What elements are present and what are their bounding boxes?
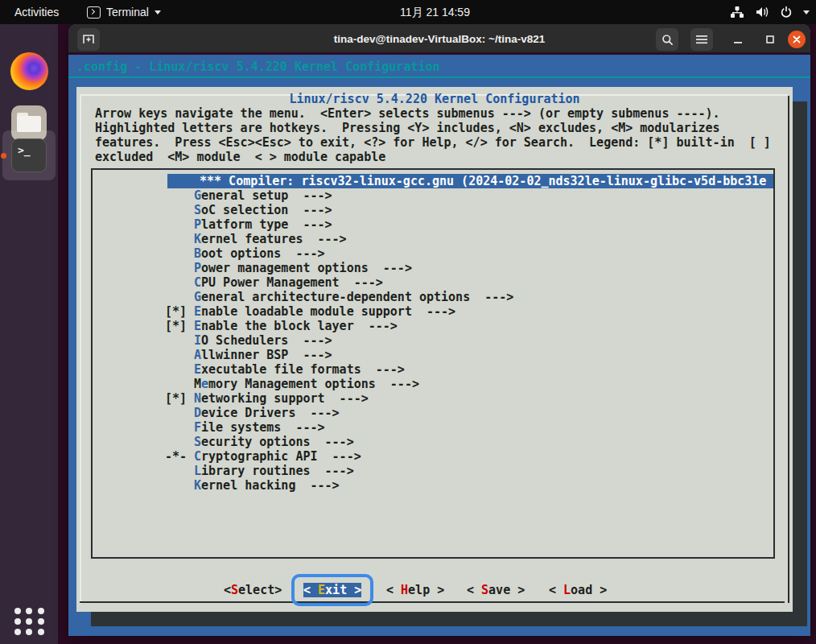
dock-item-terminal[interactable]: >_ bbox=[0, 138, 58, 172]
item-state-box: [*] bbox=[165, 391, 187, 406]
menu-item[interactable]: General setup ---> bbox=[93, 188, 773, 203]
menu-item[interactable]: Device Drivers ---> bbox=[93, 406, 773, 420]
chevron-down-icon bbox=[803, 10, 810, 14]
button-save[interactable]: < Save > bbox=[467, 583, 525, 597]
menu-item[interactable]: Allwinner BSP ---> bbox=[93, 348, 773, 362]
dialog-buttons: <Select>< Exit >< Help >< Save >< Load > bbox=[76, 583, 793, 597]
selected-item-text: *** Compiler: riscv32-linux-gcc.gnu (202… bbox=[167, 174, 773, 188]
item-label: Networking support ---> bbox=[194, 391, 369, 406]
instruction-line: Highlighted letters are hotkeys. Pressin… bbox=[95, 121, 771, 135]
menu-item[interactable]: [*]Networking support ---> bbox=[93, 391, 773, 406]
item-label: Memory Management options ---> bbox=[194, 377, 419, 391]
button-exit[interactable]: < Exit > bbox=[303, 583, 361, 597]
hotkey-letter: E bbox=[194, 319, 201, 333]
hotkey-letter: D bbox=[194, 406, 201, 420]
dialog-title: Linux/riscv 5.4.220 Kernel Configuration bbox=[76, 92, 793, 106]
minimize-icon bbox=[733, 35, 743, 44]
firefox-icon bbox=[10, 52, 48, 90]
menu-item[interactable]: Power management options ---> bbox=[93, 261, 773, 275]
terminal-app-icon bbox=[87, 6, 101, 19]
item-state-box: [*] bbox=[165, 319, 187, 333]
hotkey-letter: E bbox=[194, 304, 201, 319]
hotkey-letter: L bbox=[194, 464, 201, 478]
power-icon bbox=[780, 6, 793, 19]
menuconfig-dialog: Linux/riscv 5.4.220 Kernel Configuration… bbox=[76, 87, 793, 612]
item-label: General architecture-dependent options -… bbox=[194, 290, 513, 304]
menu-item[interactable]: Platform type ---> bbox=[93, 217, 773, 232]
close-icon bbox=[788, 31, 806, 48]
menuconfig-backtitle: .config - Linux/riscv 5.4.220 Kernel Con… bbox=[76, 60, 440, 74]
menu-item[interactable]: -*-Cryptographic API ---> bbox=[93, 449, 773, 464]
close-button[interactable] bbox=[785, 28, 808, 51]
button-help[interactable]: < Help > bbox=[386, 583, 444, 597]
menu-item[interactable]: [*]Enable loadable module support ---> bbox=[93, 304, 773, 319]
menu-item[interactable]: IO Schedulers ---> bbox=[93, 333, 773, 348]
menu-item[interactable]: Kernel features ---> bbox=[93, 232, 773, 246]
app-menu-label: Terminal bbox=[106, 6, 149, 19]
item-label: Library routines ---> bbox=[194, 464, 354, 478]
hotkey-letter: K bbox=[194, 478, 201, 493]
item-label: Allwinner BSP ---> bbox=[194, 348, 332, 362]
menu-item[interactable]: Boot options ---> bbox=[93, 246, 773, 261]
menu-item-selected[interactable]: *** Compiler: riscv32-linux-gcc.gnu (202… bbox=[93, 174, 773, 188]
item-label: Executable file formats ---> bbox=[194, 362, 405, 377]
item-label: Boot options ---> bbox=[194, 246, 325, 261]
app-menu[interactable]: Terminal bbox=[87, 0, 161, 24]
item-label: Kernel features ---> bbox=[194, 232, 347, 246]
menu-box: *** Compiler: riscv32-linux-gcc.gnu (202… bbox=[91, 168, 775, 559]
menu-item[interactable]: [*]Enable the block layer ---> bbox=[93, 319, 773, 333]
terminal-icon: >_ bbox=[11, 138, 47, 172]
hotkey-letter: P bbox=[194, 261, 201, 275]
item-state-box: [*] bbox=[165, 304, 187, 319]
dock: >_ bbox=[0, 24, 58, 644]
maximize-icon bbox=[765, 35, 775, 44]
button-load[interactable]: < Load > bbox=[549, 583, 607, 597]
button-hotkey-letter: E bbox=[318, 583, 325, 597]
hotkey-letter: P bbox=[194, 217, 201, 232]
chevron-down-icon bbox=[155, 10, 161, 14]
menu-item[interactable]: Memory Management options ---> bbox=[93, 377, 773, 391]
search-button[interactable] bbox=[656, 28, 678, 51]
hotkey-letter: G bbox=[194, 290, 201, 304]
volume-icon bbox=[755, 6, 769, 19]
show-applications-icon[interactable] bbox=[14, 608, 45, 634]
system-status-area[interactable] bbox=[730, 0, 810, 24]
item-label: Enable loadable module support ---> bbox=[194, 304, 455, 319]
terminal-window: tina-dev@tinadev-VirtualBox: ~/tina-v821… bbox=[68, 24, 810, 636]
search-icon bbox=[661, 34, 674, 46]
activities-button[interactable]: Activities bbox=[10, 0, 64, 24]
button-select[interactable]: <Select> bbox=[224, 583, 282, 597]
item-label: SoC selection ---> bbox=[194, 203, 332, 217]
menu-button[interactable] bbox=[690, 28, 713, 51]
menu-item[interactable]: CPU Power Management ---> bbox=[93, 275, 773, 290]
hotkey-letter: e bbox=[201, 377, 208, 391]
minimize-button[interactable] bbox=[727, 28, 749, 51]
menu-icon bbox=[696, 35, 707, 44]
item-label: Cryptographic API ---> bbox=[194, 449, 361, 464]
clock[interactable]: 11月 21 14:59 bbox=[400, 0, 470, 24]
button-hotkey-letter: L bbox=[563, 583, 571, 597]
menu-item[interactable]: SoC selection ---> bbox=[93, 203, 773, 217]
maximize-button[interactable] bbox=[759, 28, 781, 51]
dock-item-firefox[interactable] bbox=[0, 52, 58, 90]
item-label: General setup ---> bbox=[194, 188, 332, 203]
button-hotkey-letter: S bbox=[481, 583, 488, 597]
menu-item[interactable]: Library routines ---> bbox=[93, 464, 773, 478]
top-bar: Activities Terminal 11月 21 14:59 bbox=[0, 0, 816, 24]
dialog-border-right bbox=[788, 96, 789, 603]
hotkey-letter: I bbox=[194, 333, 201, 348]
terminal-screen[interactable]: .config - Linux/riscv 5.4.220 Kernel Con… bbox=[68, 57, 810, 636]
item-label: Kernel hacking ---> bbox=[194, 478, 340, 493]
menu-item[interactable]: Kernel hacking ---> bbox=[93, 478, 773, 493]
hotkey-letter: A bbox=[194, 348, 201, 362]
menu-item[interactable]: Security options ---> bbox=[93, 435, 773, 449]
menu-item[interactable]: Executable file formats ---> bbox=[93, 362, 773, 377]
item-state-box: -*- bbox=[165, 449, 187, 464]
hotkey-letter: E bbox=[194, 362, 201, 377]
menu-item[interactable]: General architecture-dependent options -… bbox=[93, 290, 773, 304]
item-label: IO Schedulers ---> bbox=[194, 333, 332, 348]
instruction-line: excluded <M> module < > module capable bbox=[95, 150, 771, 164]
menu-item[interactable]: File systems ---> bbox=[93, 420, 773, 435]
hotkey-letter: S bbox=[194, 203, 201, 217]
item-label: Platform type ---> bbox=[194, 217, 332, 232]
